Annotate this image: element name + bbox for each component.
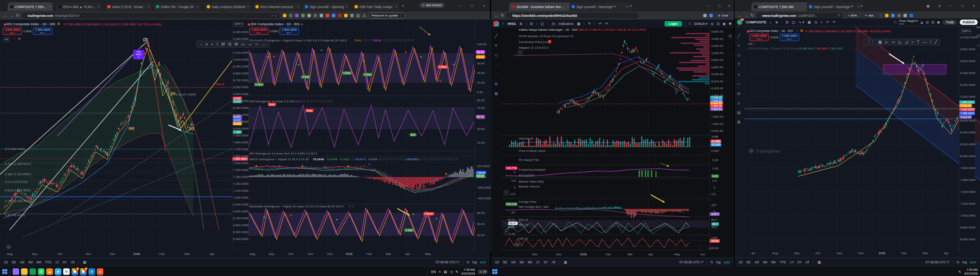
tab-close-icon[interactable]: × [626,5,628,8]
brush-icon[interactable]: ✎ [588,22,591,26]
taskbar-chrome-icon[interactable] [72,268,78,275]
draw-tool-icon[interactable]: ╱ [934,40,937,44]
extension-icon[interactable] [283,14,286,17]
site-info-icon[interactable]: ◦ [25,14,26,18]
draw-tool-icon[interactable]: ≈ [911,40,914,44]
stockbit-draw-rail-tool-icon[interactable]: ≡ [495,43,497,48]
tray-volume-icon[interactable]: ◁ [450,270,452,274]
tv-draw-rail-tool-icon[interactable]: ▤ [737,110,740,115]
stockbit-draw-rail-tool-icon[interactable]: · [495,72,497,76]
stockbit-draw-rail-tool-icon[interactable]: ⊠ [495,92,498,96]
range-button[interactable]: 1Y [55,260,59,264]
draw-tool-icon[interactable]: W [221,42,225,46]
buy-button[interactable]: 7,559.3800BUY [279,28,299,35]
draw-tool-icon[interactable]: T [917,40,920,44]
notification-center[interactable]: ▭25 [478,269,488,274]
range-button[interactable]: 1D [495,260,499,264]
price-target-checkbox[interactable]: □ [894,20,896,24]
search-icon[interactable]: ⌕ [502,21,504,26]
draw-tool-icon[interactable]: — [248,42,252,46]
save-link[interactable]: Save [899,23,918,25]
extension-icon[interactable] [338,14,341,17]
price-target-label[interactable]: Price Target ▾ [899,20,918,23]
tab-close-icon[interactable]: × [98,5,100,8]
login-button[interactable]: Login [665,21,682,26]
stockbit-draw-rail-tool-icon[interactable]: ⧉ [495,82,497,86]
indicators-fx-icon[interactable]: ƒx [552,22,555,26]
notifications-icon[interactable]: ≡ [939,4,941,8]
range-button[interactable]: 1Y [790,260,794,264]
currency-selector[interactable]: IDR ▾ [961,29,972,34]
symbol-button[interactable]: COMPOSITE [746,20,766,24]
alert-icon[interactable]: ◷ [814,20,817,24]
collapse-chip[interactable]: ˄ [518,50,523,55]
ask-gemini-button[interactable]: ✦Ask Gemini [420,3,444,8]
taskbar-explorer-icon[interactable] [21,268,28,275]
extension-icon[interactable] [344,14,348,17]
range-button[interactable]: 1D [4,260,8,264]
range-button[interactable]: 5D [503,260,507,264]
tab-close-icon[interactable]: × [197,5,199,8]
compare-icon[interactable]: ⊕ [775,20,778,24]
bookmark-star-icon[interactable]: ☆ [275,14,278,18]
draw-tool-icon[interactable]: ⌔ [200,42,202,46]
draw-tool-icon[interactable]: M [235,42,238,46]
layout-select[interactable]: Default ▾ [694,22,708,26]
reload-icon[interactable]: ↻ [16,13,20,18]
checkbox-icon[interactable]: □ [689,22,691,26]
layout-grid-icon[interactable]: ▦ [808,20,811,24]
extension-icon[interactable] [897,14,901,17]
reload-icon[interactable]: ↻ [751,13,754,18]
range-button[interactable]: 6M [771,260,776,264]
taskbar-whatsapp-icon[interactable]: ✆ [38,268,44,275]
forward-icon[interactable]: → [744,13,748,18]
sell-button[interactable]: 7,559.3800SELL [249,28,268,35]
tab-close-icon[interactable]: × [49,5,51,8]
extension-icon[interactable] [289,14,292,17]
range-button[interactable]: YTD [779,260,786,264]
compare-icon[interactable]: ⊕ [519,22,523,26]
range-button[interactable]: 1Y [536,260,540,264]
back-icon[interactable]: ← [494,13,498,18]
extension-icon[interactable] [307,14,311,17]
range-button[interactable]: YTD [45,260,51,264]
log-toggle[interactable]: log [472,260,477,264]
draw-tool-icon[interactable]: ▭ [892,40,895,44]
tv-draw-rail-tool-icon[interactable]: T [738,62,740,67]
new-tab-button[interactable]: + [402,4,404,8]
draw-tool-icon[interactable]: ◿ [905,40,908,44]
range-button[interactable]: 5Y [63,260,67,264]
taskbar-clock[interactable]: 7:39 AM4/22/2026 [461,268,475,275]
profile-icon[interactable]: ◉ [926,4,930,8]
taskbar-document-icon[interactable]: ≡ [63,268,70,275]
calendar-icon[interactable]: ▦ [564,260,567,264]
range-button[interactable]: 6M [528,260,532,264]
draw-tool-icon[interactable]: ◺ [899,40,902,44]
calendar-icon[interactable]: ▦ [83,260,86,264]
extension-icon[interactable] [326,14,329,17]
draw-tool-icon[interactable]: I [217,42,218,46]
address-bar[interactable]: ◦ www.tradingview.com COMPOSIT... ⛉ [756,13,843,18]
range-button[interactable]: 5Y [544,260,548,264]
address-bar[interactable]: ◦ https://stockbit.com/symbol/IHSG/chart… [506,13,639,18]
browser-tab[interactable]: ERAA 406 ▲ +0.5% Su× [56,2,102,11]
range-button[interactable]: 1M [511,260,516,264]
tab-close-icon[interactable]: × [147,5,149,8]
sell-button[interactable]: 7,559.3800SELL [750,34,769,41]
start-button[interactable] [2,269,7,274]
browser-tab[interactable]: Sign yourself - OpenSign™× [569,2,630,11]
extension-icon[interactable] [891,14,895,17]
trade-button[interactable]: Trade [942,20,957,25]
candle-style-icon[interactable]: ◫ [792,20,795,24]
fullscreen-icon[interactable]: ⊡ [931,20,934,24]
draw-tool-icon[interactable]: ≈ [211,42,214,46]
tv-right-rail-icon[interactable]: ☆ [977,43,980,48]
taskbar-clock[interactable]: 7:39 AM4/22/2026 [964,268,978,275]
indicators-icon[interactable]: ∿ ▾ [799,20,804,24]
collapse-chip[interactable]: ˄ [504,229,509,234]
replay-icon[interactable]: « [821,20,823,24]
snapshot-icon[interactable]: ◉ [937,20,940,24]
ask-gemini-chip[interactable]: ✦Ask [862,13,876,18]
browser-tab[interactable]: itho's internet resource× [253,2,301,11]
buy-button[interactable]: 7,559.3800BUY [33,28,52,35]
